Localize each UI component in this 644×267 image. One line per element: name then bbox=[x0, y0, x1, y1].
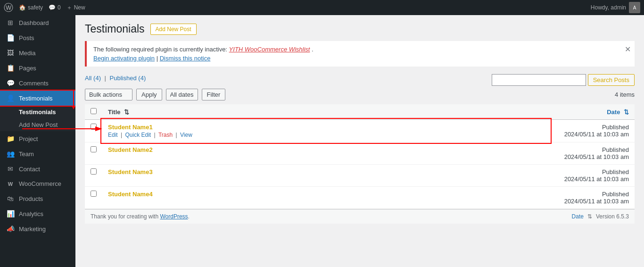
search-posts-button[interactable]: Search Posts bbox=[588, 74, 635, 86]
admin-bar-left: ⓦ 🏠 safety 💬 0 ＋ New bbox=[4, 1, 585, 14]
sidebar-item-comments[interactable]: 💬 Comments bbox=[0, 75, 75, 91]
page-header: Testimonials Add New Post bbox=[85, 23, 635, 35]
quick-edit-link-1[interactable]: Quick Edit bbox=[125, 132, 151, 138]
row-1-date-cell: Published 2024/05/11 at 10:03 am bbox=[550, 120, 635, 142]
row-1-checkbox[interactable] bbox=[91, 124, 97, 130]
row-2-date: 2024/05/11 at 10:03 am bbox=[555, 153, 629, 160]
notice-message: The following required plugin is current… bbox=[93, 46, 227, 53]
notice-close-button[interactable]: ✕ bbox=[625, 45, 631, 54]
media-icon: 🖼 bbox=[6, 49, 15, 57]
row-2-status: Published bbox=[555, 146, 629, 153]
row-1-checkbox-cell bbox=[85, 120, 102, 142]
sidebar-item-woocommerce[interactable]: W WooCommerce bbox=[0, 176, 75, 191]
sidebar: ⊞ Dashboard 📄 Posts 🖼 Media 📋 Pages 💬 Co… bbox=[0, 15, 75, 267]
row-3-checkbox[interactable] bbox=[91, 168, 97, 175]
sidebar-item-products[interactable]: 🛍 Products bbox=[0, 191, 75, 206]
filter-button[interactable]: Filter bbox=[202, 89, 226, 100]
sidebar-item-project[interactable]: 📁 Project bbox=[0, 131, 75, 146]
row-4-title-cell: Student Name4 bbox=[102, 187, 550, 209]
post-title-3: Student Name3 bbox=[108, 168, 544, 175]
select-all-header bbox=[85, 104, 102, 120]
sidebar-item-posts[interactable]: 📄 Posts bbox=[0, 30, 75, 45]
wordpress-link[interactable]: WordPress bbox=[160, 213, 188, 220]
plugin-link[interactable]: YITH WooCommerce Wishlist bbox=[229, 46, 310, 53]
row-1-status: Published bbox=[555, 124, 629, 131]
edit-link-1[interactable]: Edit bbox=[108, 132, 118, 138]
select-all-checkbox[interactable] bbox=[91, 108, 97, 114]
row-2-date-cell: Published 2024/05/11 at 10:03 am bbox=[550, 142, 635, 165]
view-link-1[interactable]: View bbox=[180, 132, 192, 138]
footer-thanks: Thank you for creating with WordPress. bbox=[91, 213, 190, 220]
howdy-text: Howdy, admin A bbox=[591, 2, 640, 13]
title-sort-icon[interactable]: ⇅ bbox=[124, 108, 129, 116]
filter-all-link[interactable]: All (4) bbox=[85, 75, 103, 82]
row-4-date-cell: Published 2024/05/11 at 10:03 am bbox=[550, 187, 635, 209]
notice-actions: Begin activating plugin | Dismiss this n… bbox=[93, 55, 628, 62]
row-4-date: 2024/05/11 at 10:03 am bbox=[555, 198, 629, 205]
new-item-button[interactable]: ＋ New bbox=[66, 4, 85, 12]
submenu-testimonials[interactable]: Testimonials bbox=[0, 106, 75, 118]
row-1-actions: Edit | Quick Edit | Trash | View bbox=[108, 132, 544, 138]
sidebar-item-testimonials[interactable]: 👤 Testimonials bbox=[0, 91, 75, 106]
analytics-icon: 📊 bbox=[6, 210, 15, 217]
page-title: Testimonials bbox=[85, 23, 145, 35]
site-icon: 🏠 bbox=[19, 4, 26, 11]
search-input[interactable] bbox=[492, 74, 586, 86]
table-header-row: Title ⇅ Date ⇅ bbox=[85, 104, 635, 120]
title-column-header: Title ⇅ bbox=[102, 104, 550, 120]
plugin-notice: ✕ The following required plugin is curre… bbox=[85, 41, 635, 67]
comments-icon-bar[interactable]: 💬 0 bbox=[49, 4, 61, 11]
table-row: Student Name2 Published 2024/05/11 at 10… bbox=[85, 142, 635, 165]
posts-icon: 📄 bbox=[6, 34, 15, 42]
testimonials-icon: 👤 bbox=[6, 94, 15, 102]
row-2-checkbox-cell bbox=[85, 142, 102, 165]
apply-button[interactable]: Apply bbox=[136, 89, 162, 100]
products-icon: 🛍 bbox=[6, 195, 15, 202]
post-title-1: Student Name1 bbox=[108, 124, 544, 131]
bulk-actions-select[interactable]: Bulk actionsEditMove to Trash bbox=[85, 89, 132, 100]
footer-date-label: Date bbox=[572, 213, 584, 220]
testimonials-submenu: Testimonials Add New Post bbox=[0, 106, 75, 131]
row-2-title-cell: Student Name2 bbox=[102, 142, 550, 165]
filter-links: All (4) | Published (4) bbox=[85, 75, 146, 82]
page-footer: Thank you for creating with WordPress. D… bbox=[85, 209, 635, 224]
row-3-status: Published bbox=[555, 168, 629, 175]
filter-published-link[interactable]: Published (4) bbox=[110, 75, 146, 82]
sidebar-item-pages[interactable]: 📋 Pages bbox=[0, 60, 75, 75]
sidebar-item-dashboard[interactable]: ⊞ Dashboard bbox=[0, 15, 75, 30]
row-3-checkbox-cell bbox=[85, 165, 102, 187]
date-filter-select[interactable]: All dates bbox=[166, 89, 198, 100]
admin-bar: ⓦ 🏠 safety 💬 0 ＋ New Howdy, admin A bbox=[0, 0, 644, 15]
wp-logo-icon[interactable]: ⓦ bbox=[4, 1, 13, 14]
trash-link-1[interactable]: Trash bbox=[158, 132, 173, 138]
row-3-date-cell: Published 2024/05/11 at 10:03 am bbox=[550, 165, 635, 187]
avatar[interactable]: A bbox=[629, 2, 640, 13]
post-title-3-link[interactable]: Student Name3 bbox=[108, 168, 153, 175]
row-3-title-cell: Student Name3 bbox=[102, 165, 550, 187]
team-icon: 👥 bbox=[6, 150, 15, 158]
post-title-4-link[interactable]: Student Name4 bbox=[108, 191, 153, 198]
row-2-checkbox[interactable] bbox=[91, 146, 97, 152]
activate-plugin-link[interactable]: Begin activating plugin bbox=[93, 55, 155, 62]
sidebar-item-contact[interactable]: ✉ Contact bbox=[0, 161, 75, 176]
svg-marker-1 bbox=[72, 106, 75, 109]
add-new-post-button[interactable]: Add New Post bbox=[150, 24, 197, 35]
sidebar-item-team[interactable]: 👥 Team bbox=[0, 146, 75, 161]
row-4-checkbox[interactable] bbox=[91, 191, 97, 197]
sidebar-item-media[interactable]: 🖼 Media bbox=[0, 45, 75, 60]
sidebar-item-marketing[interactable]: 📣 Marketing bbox=[0, 221, 75, 236]
date-sort-icon[interactable]: ⇅ bbox=[624, 108, 629, 116]
project-icon: 📁 bbox=[6, 135, 15, 142]
row-1-date: 2024/05/11 at 10:03 am bbox=[555, 131, 629, 138]
post-title-2-link[interactable]: Student Name2 bbox=[108, 146, 153, 153]
top-bar: All (4) | Published (4) Search Posts bbox=[85, 74, 635, 86]
comments-icon: 💬 bbox=[6, 79, 15, 87]
footer-right: Date ⇅ Version 6.5.3 bbox=[572, 213, 629, 220]
submenu-add-new-post[interactable]: Add New Post bbox=[0, 118, 75, 131]
sidebar-item-analytics[interactable]: 📊 Analytics bbox=[0, 206, 75, 221]
site-name[interactable]: 🏠 safety bbox=[19, 4, 43, 11]
dismiss-notice-link[interactable]: Dismiss this notice bbox=[160, 55, 211, 62]
post-title-1-link[interactable]: Student Name1 bbox=[108, 124, 153, 131]
table-row: Student Name4 Published 2024/05/11 at 10… bbox=[85, 187, 635, 209]
marketing-icon: 📣 bbox=[6, 225, 15, 233]
